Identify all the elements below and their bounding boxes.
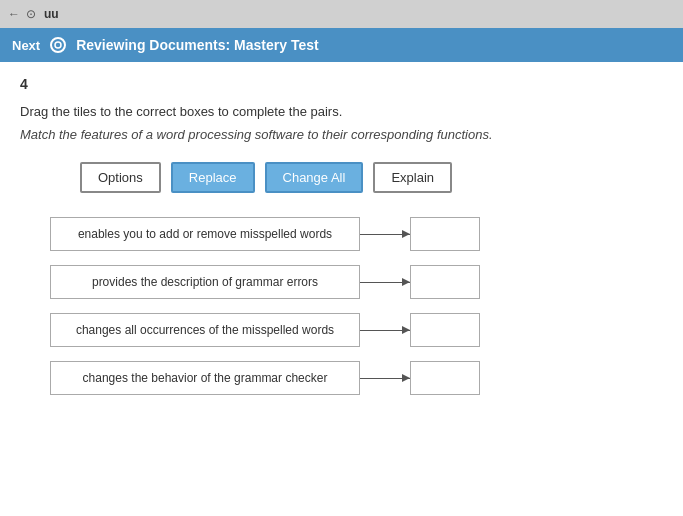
tile-options[interactable]: Options bbox=[80, 162, 161, 193]
browser-tab-label: uu bbox=[44, 7, 59, 21]
svg-point-0 bbox=[55, 42, 61, 48]
match-row-3: changes all occurrences of the misspelle… bbox=[50, 313, 663, 347]
match-row-4: changes the behavior of the grammar chec… bbox=[50, 361, 663, 395]
tile-explain[interactable]: Explain bbox=[373, 162, 452, 193]
matching-area: enables you to add or remove misspelled … bbox=[20, 217, 663, 395]
match-answer-box-2[interactable] bbox=[410, 265, 480, 299]
match-answer-box-1[interactable] bbox=[410, 217, 480, 251]
next-circle-icon[interactable] bbox=[50, 37, 66, 53]
main-content: 4 Drag the tiles to the correct boxes to… bbox=[0, 62, 683, 516]
next-label[interactable]: Next bbox=[12, 38, 40, 53]
match-arrow-4 bbox=[360, 378, 410, 379]
match-description-1: enables you to add or remove misspelled … bbox=[50, 217, 360, 251]
browser-nav-icons: ← ⊙ bbox=[8, 7, 36, 21]
match-arrow-1 bbox=[360, 234, 410, 235]
match-answer-box-4[interactable] bbox=[410, 361, 480, 395]
browser-bar: ← ⊙ uu bbox=[0, 0, 683, 28]
match-description-3: changes all occurrences of the misspelle… bbox=[50, 313, 360, 347]
match-arrow-3 bbox=[360, 330, 410, 331]
tile-replace[interactable]: Replace bbox=[171, 162, 255, 193]
app-header: Next Reviewing Documents: Mastery Test bbox=[0, 28, 683, 62]
instruction-match: Match the features of a word processing … bbox=[20, 127, 663, 142]
tile-change-all[interactable]: Change All bbox=[265, 162, 364, 193]
tiles-row: Options Replace Change All Explain bbox=[20, 162, 663, 193]
match-row-1: enables you to add or remove misspelled … bbox=[50, 217, 663, 251]
match-arrow-2 bbox=[360, 282, 410, 283]
question-number: 4 bbox=[20, 76, 663, 92]
match-description-4: changes the behavior of the grammar chec… bbox=[50, 361, 360, 395]
match-row-2: provides the description of grammar erro… bbox=[50, 265, 663, 299]
match-answer-box-3[interactable] bbox=[410, 313, 480, 347]
match-description-2: provides the description of grammar erro… bbox=[50, 265, 360, 299]
page-title: Reviewing Documents: Mastery Test bbox=[76, 37, 318, 53]
refresh-icon[interactable]: ⊙ bbox=[26, 7, 36, 21]
back-icon[interactable]: ← bbox=[8, 7, 20, 21]
instruction-drag: Drag the tiles to the correct boxes to c… bbox=[20, 104, 663, 119]
